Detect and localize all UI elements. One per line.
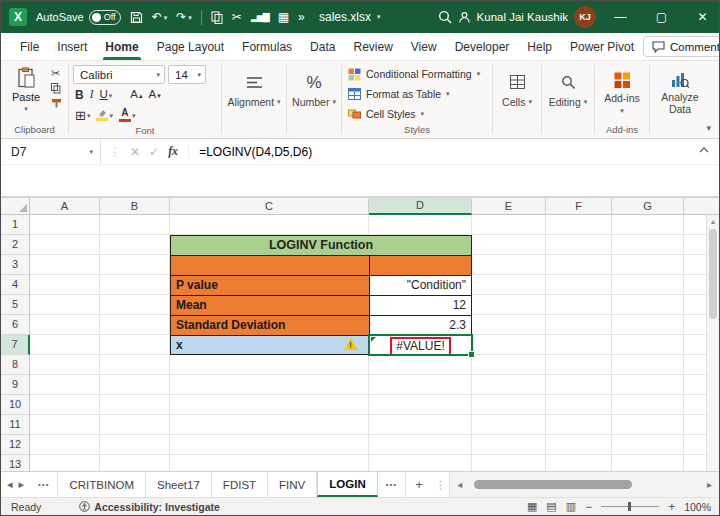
menu-tab-insert[interactable]: Insert: [48, 33, 96, 60]
cell-B7[interactable]: [100, 335, 170, 355]
menu-tab-view[interactable]: View: [402, 33, 446, 60]
cancel-icon[interactable]: ✕: [130, 145, 140, 159]
cell-E10[interactable]: [472, 395, 546, 415]
maximize-button[interactable]: ▢: [645, 1, 678, 33]
cell-A11[interactable]: [30, 415, 100, 435]
zoom-slider-thumb[interactable]: [628, 502, 631, 511]
cell-C6[interactable]: Standard Deviation: [170, 315, 369, 335]
cell-B10[interactable]: [100, 395, 170, 415]
menu-tab-data[interactable]: Data: [301, 33, 344, 60]
cell-G11[interactable]: [612, 415, 684, 435]
accessibility-status[interactable]: Accessibility: Investigate: [53, 501, 219, 513]
font-color-icon[interactable]: A ▾: [119, 108, 136, 122]
row-header-11[interactable]: 11: [1, 415, 30, 435]
cell-F11[interactable]: [546, 415, 612, 435]
conditional-formatting-button[interactable]: Conditional Formatting▾: [348, 66, 486, 82]
row-header-7[interactable]: 7: [1, 335, 30, 355]
cell-C8[interactable]: [170, 355, 369, 375]
row-header-1[interactable]: 1: [1, 215, 30, 235]
avatar[interactable]: KJ: [574, 6, 596, 28]
column-header-G[interactable]: G: [612, 198, 684, 215]
cell-E12[interactable]: [472, 435, 546, 455]
save-icon[interactable]: [130, 11, 143, 24]
alignment-group[interactable]: Alignment▾: [222, 61, 286, 138]
cell-A12[interactable]: [30, 435, 100, 455]
cell-A1[interactable]: [30, 215, 100, 235]
vertical-scrollbar[interactable]: ▴: [706, 215, 719, 471]
number-group[interactable]: % Number▾: [287, 61, 341, 138]
cell-D13[interactable]: [369, 455, 472, 471]
row-header-5[interactable]: 5: [1, 295, 30, 315]
cell-E5[interactable]: [472, 295, 546, 315]
cell-F9[interactable]: [546, 375, 612, 395]
undo-icon[interactable]: ↶▾: [152, 11, 168, 23]
cell-G3[interactable]: [612, 255, 684, 275]
more-commands-icon[interactable]: »: [298, 11, 305, 23]
scroll-left-icon[interactable]: ◂: [453, 479, 466, 490]
cell-D7-active[interactable]: #VALUE!: [369, 335, 472, 355]
cell-A5[interactable]: [30, 295, 100, 315]
cell-E8[interactable]: [472, 355, 546, 375]
decrease-font-icon[interactable]: A▾: [149, 89, 161, 101]
cell-F12[interactable]: [546, 435, 612, 455]
cell-B11[interactable]: [100, 415, 170, 435]
cell-F10[interactable]: [546, 395, 612, 415]
cell-F4[interactable]: [546, 275, 612, 295]
cell-F2[interactable]: [546, 235, 612, 255]
row-header-12[interactable]: 12: [1, 435, 30, 455]
fill-color-icon[interactable]: ▾: [96, 109, 113, 121]
cell-E13[interactable]: [472, 455, 546, 471]
format-as-table-button[interactable]: Format as Table▾: [348, 86, 486, 102]
account-info[interactable]: Kunal Jai Kaushik KJ: [458, 6, 596, 28]
cell-D10[interactable]: [369, 395, 472, 415]
borders-icon[interactable]: ⊞▾: [75, 109, 90, 122]
formula-input[interactable]: =LOGINV(D4,D5,D6): [189, 145, 312, 159]
column-header-A[interactable]: A: [30, 198, 100, 215]
cell-B5[interactable]: [100, 295, 170, 315]
addins-button[interactable]: Add-ins ▾: [599, 65, 645, 123]
cell-B4[interactable]: [100, 275, 170, 295]
cell-B3[interactable]: [100, 255, 170, 275]
copy-small-icon[interactable]: [51, 83, 62, 94]
cell-B12[interactable]: [100, 435, 170, 455]
scroll-right-icon[interactable]: ▸: [703, 479, 716, 490]
menu-tab-power-pivot[interactable]: Power Pivot: [561, 33, 643, 60]
cell-B1[interactable]: [100, 215, 170, 235]
search-icon[interactable]: [438, 10, 452, 24]
row-header-4[interactable]: 4: [1, 275, 30, 295]
add-sheet-button[interactable]: +: [406, 472, 432, 497]
cell-G1[interactable]: [612, 215, 684, 235]
redo-icon[interactable]: ↷▾: [176, 11, 192, 23]
cell-A9[interactable]: [30, 375, 100, 395]
cell-B9[interactable]: [100, 375, 170, 395]
page-break-view-icon[interactable]: ▥: [566, 501, 576, 512]
cell-F13[interactable]: [546, 455, 612, 471]
cell-F6[interactable]: [546, 315, 612, 335]
cut-small-icon[interactable]: ✂: [51, 68, 62, 79]
cell-C7[interactable]: x: [170, 335, 369, 355]
cell-D9[interactable]: [369, 375, 472, 395]
select-all-corner[interactable]: [1, 198, 30, 215]
scroll-up-icon[interactable]: ▴: [707, 217, 719, 226]
cell-B6[interactable]: [100, 315, 170, 335]
underline-button[interactable]: U▾: [100, 89, 113, 101]
cell-G12[interactable]: [612, 435, 684, 455]
row-header-6[interactable]: 6: [1, 315, 30, 335]
cell-B13[interactable]: [100, 455, 170, 471]
sheet-nav-left-icon[interactable]: ◂: [1, 472, 19, 497]
cell-C9[interactable]: [170, 375, 369, 395]
sheet-tab-fdist[interactable]: FDIST: [212, 472, 268, 497]
sheet-tab-sheet17[interactable]: Sheet17: [146, 472, 212, 497]
italic-button[interactable]: I: [90, 89, 94, 101]
sheet-nav-right-icon[interactable]: ▸: [19, 472, 31, 497]
font-size-select[interactable]: 14 ▾: [168, 65, 206, 84]
name-box[interactable]: D7 ▾: [1, 139, 101, 164]
excel-app-icon[interactable]: X: [9, 8, 27, 26]
column-header-E[interactable]: E: [472, 198, 546, 215]
sheet-overflow-left[interactable]: •••: [30, 472, 58, 497]
column-header-B[interactable]: B: [100, 198, 170, 215]
cell-G13[interactable]: [612, 455, 684, 471]
insert-function-icon[interactable]: fx: [168, 144, 178, 159]
cell-D1[interactable]: [369, 215, 472, 235]
cell-E4[interactable]: [472, 275, 546, 295]
